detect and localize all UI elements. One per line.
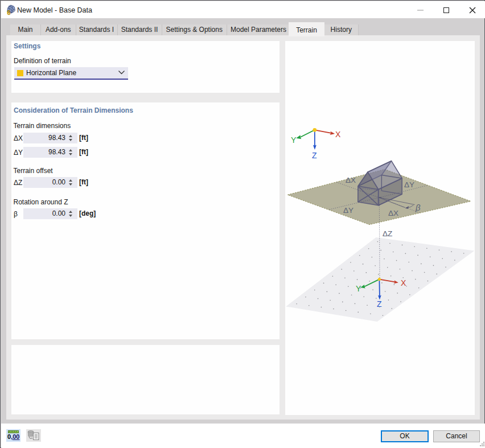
svg-text:β: β bbox=[415, 203, 421, 212]
svg-text:ΔY: ΔY bbox=[343, 206, 354, 215]
svg-text:ΔZ: ΔZ bbox=[383, 229, 392, 238]
svg-text:ΔX: ΔX bbox=[346, 176, 356, 184]
svg-text:X: X bbox=[335, 130, 341, 139]
svg-text:Y: Y bbox=[356, 284, 361, 293]
svg-text:Y: Y bbox=[291, 135, 297, 145]
svg-text:Z: Z bbox=[377, 299, 382, 309]
svg-text:X: X bbox=[401, 278, 406, 287]
svg-text:Z: Z bbox=[312, 151, 317, 160]
svg-text:ΔY: ΔY bbox=[404, 180, 414, 189]
svg-text:ΔX: ΔX bbox=[388, 209, 398, 217]
svg-text:6: 6 bbox=[7, 9, 11, 15]
